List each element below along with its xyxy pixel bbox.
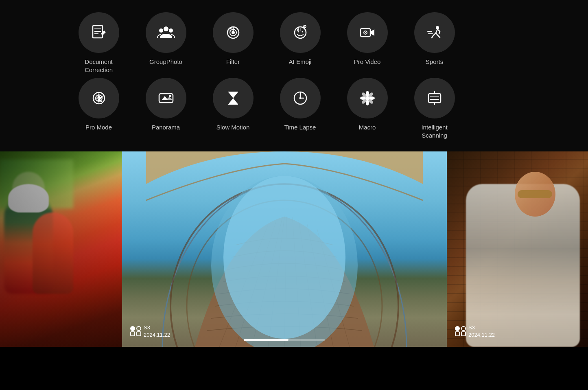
svg-point-72: [223, 176, 345, 339]
badge-model-person: S3: [468, 324, 495, 331]
svg-marker-18: [371, 29, 374, 36]
svg-line-26: [438, 35, 440, 37]
top-section: DocumentCorrection GroupPhoto: [0, 0, 588, 151]
mode-item-time-lapse[interactable]: Time Lapse: [267, 78, 334, 131]
mode-label-pro-mode: Pro Mode: [85, 123, 112, 131]
photo-person: S3 2024.11.22: [447, 151, 588, 347]
mode-label-intelligent-scanning: IntelligentScanning: [421, 123, 447, 139]
mode-icon-sports: [414, 12, 455, 53]
mode-item-macro[interactable]: Macro: [334, 78, 401, 131]
mode-item-pro-mode[interactable]: Pro Mode: [65, 78, 132, 131]
mode-item-intelligent-scanning[interactable]: IntelligentScanning: [401, 78, 468, 139]
mode-icon-pro-mode: [79, 78, 119, 118]
mode-label-panorama: Panorama: [152, 123, 180, 131]
photo-cycling: [0, 151, 122, 347]
mode-item-panorama[interactable]: Panorama: [132, 78, 199, 131]
mode-item-document-correction[interactable]: DocumentCorrection: [65, 12, 132, 74]
svg-point-15: [302, 31, 303, 33]
mode-icon-pro-video: [347, 12, 388, 53]
photo-gallery: S3 2024.11.22: [0, 151, 588, 347]
mode-icon-document-correction: [79, 12, 119, 53]
svg-point-5: [164, 26, 168, 31]
photo-badge-architecture: S3 2024.11.22: [130, 324, 170, 339]
mode-label-macro: Macro: [359, 123, 376, 131]
svg-point-36: [169, 95, 171, 97]
mode-item-group-photo[interactable]: GroupPhoto: [132, 12, 199, 66]
mode-label-ai-emoji: AI Emoji: [289, 58, 312, 66]
svg-line-23: [433, 33, 436, 35]
svg-point-20: [365, 32, 366, 33]
mode-item-ai-emoji[interactable]: AI AI Emoji: [267, 12, 334, 66]
mode-item-filter[interactable]: Filter: [199, 12, 267, 66]
photo-architecture: S3 2024.11.22: [122, 151, 447, 347]
svg-marker-37: [228, 92, 238, 98]
mode-icon-slow-motion: [213, 78, 254, 118]
mode-icon-ai-emoji: AI: [280, 12, 321, 53]
svg-point-7: [169, 28, 173, 33]
mode-item-slow-motion[interactable]: Slow Motion: [199, 78, 267, 131]
svg-line-28: [439, 31, 440, 34]
mode-label-time-lapse: Time Lapse: [284, 123, 316, 131]
mode-label-group-photo: GroupPhoto: [149, 58, 182, 66]
progress-bar: [244, 339, 325, 341]
svg-line-22: [436, 29, 437, 33]
svg-marker-4: [101, 31, 106, 35]
mode-icon-macro: [347, 78, 388, 118]
svg-line-25: [432, 35, 433, 38]
mode-row-2: Pro Mode Panorama: [65, 78, 564, 139]
svg-point-44: [299, 97, 301, 99]
badge-date-architecture: 2024.11.22: [144, 331, 170, 339]
mode-label-filter: Filter: [226, 58, 240, 66]
mode-icon-group-photo: [146, 12, 186, 53]
mode-label-document-correction: DocumentCorrection: [85, 58, 113, 74]
svg-point-14: [297, 31, 299, 33]
mode-icon-time-lapse: [280, 78, 321, 118]
mode-item-pro-video[interactable]: Pro Video: [334, 12, 401, 66]
svg-marker-38: [228, 98, 238, 104]
mode-icon-filter: [213, 12, 254, 53]
mode-label-slow-motion: Slow Motion: [216, 123, 250, 131]
svg-point-6: [159, 28, 163, 33]
mode-item-sports[interactable]: Sports: [401, 12, 468, 66]
mode-icon-panorama: [146, 78, 186, 118]
mode-row-1: DocumentCorrection GroupPhoto: [65, 12, 564, 74]
mode-icon-intelligent-scanning: [414, 78, 455, 118]
badge-date-person: 2024.11.22: [468, 331, 495, 339]
svg-point-10: [232, 31, 235, 34]
badge-model-architecture: S3: [144, 324, 170, 331]
mode-label-pro-video: Pro Video: [354, 58, 381, 66]
progress-bar-fill: [244, 339, 289, 341]
svg-rect-54: [428, 94, 441, 103]
photo-badge-person: S3 2024.11.22: [455, 324, 495, 339]
mode-label-sports: Sports: [426, 58, 443, 66]
